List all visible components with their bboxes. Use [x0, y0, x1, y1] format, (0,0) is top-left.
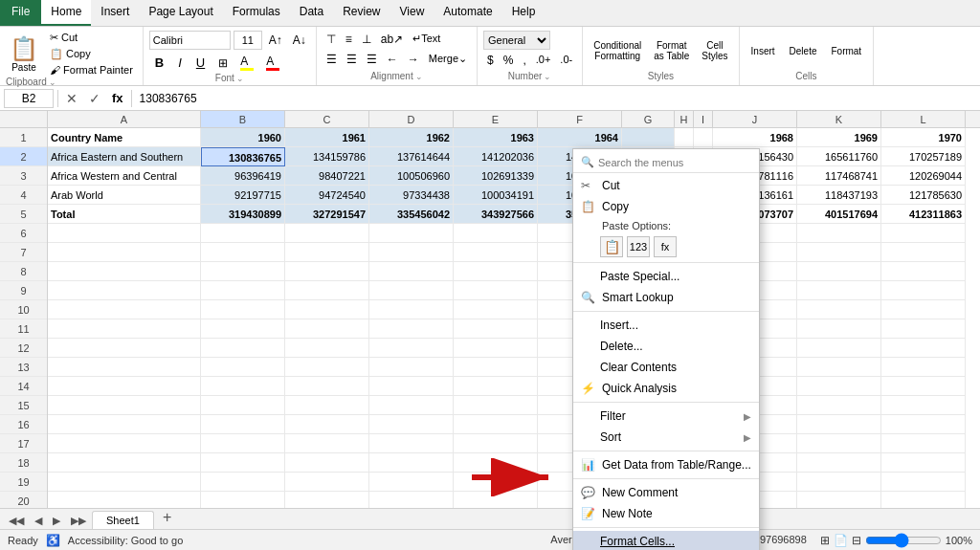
sheet-tab-nav-prev[interactable]: ◀◀: [4, 513, 29, 529]
row-header-9[interactable]: 9: [0, 281, 47, 300]
conditional-format-button[interactable]: ConditionalFormatting: [589, 37, 646, 64]
cell[interactable]: [201, 453, 285, 473]
cell[interactable]: [48, 243, 201, 262]
tab-home[interactable]: Home: [41, 0, 91, 26]
cm-item-sort[interactable]: Sort ▶: [573, 427, 759, 448]
cell[interactable]: [881, 396, 966, 415]
cell[interactable]: [881, 300, 966, 319]
sheet-tab-nav-left[interactable]: ◀: [30, 513, 47, 529]
cell-b1[interactable]: 1960: [201, 128, 285, 147]
cell[interactable]: [454, 415, 538, 434]
cell-a3[interactable]: Africa Western and Central: [48, 166, 201, 186]
cm-item-clear-contents[interactable]: Clear Contents: [573, 357, 759, 378]
search-menus-input[interactable]: [598, 157, 751, 168]
tab-file[interactable]: File: [0, 0, 41, 26]
cell[interactable]: [48, 300, 201, 319]
cell-reference[interactable]: [4, 89, 54, 108]
cell-d3[interactable]: 100506960: [369, 166, 454, 186]
align-right-button[interactable]: ☰: [363, 51, 381, 68]
cell-c1[interactable]: 1961: [285, 128, 369, 147]
cell[interactable]: [797, 281, 881, 300]
cell-a2[interactable]: Africa Eastern and Southern: [48, 147, 201, 166]
cell[interactable]: [48, 358, 201, 377]
cell-a5[interactable]: Total: [48, 205, 201, 224]
cell[interactable]: [201, 377, 285, 396]
cell[interactable]: [797, 300, 881, 319]
cell-k2[interactable]: 165611760: [797, 147, 881, 166]
cell-l1[interactable]: 1970: [881, 128, 966, 147]
cell[interactable]: [285, 319, 369, 339]
cell[interactable]: [285, 415, 369, 434]
row-header-19[interactable]: 19: [0, 473, 47, 492]
cell[interactable]: [201, 434, 285, 453]
cell[interactable]: [48, 415, 201, 434]
cell-f1[interactable]: 1964: [538, 128, 622, 147]
cell[interactable]: [797, 396, 881, 415]
paste-clipboard-icon[interactable]: 📋: [600, 236, 623, 257]
cell-k4[interactable]: 118437193: [797, 186, 881, 205]
cell[interactable]: [881, 281, 966, 300]
cell[interactable]: [369, 396, 454, 415]
page-layout-icon[interactable]: 📄: [834, 534, 848, 547]
cell-k1[interactable]: 1969: [797, 128, 881, 147]
cell[interactable]: [454, 358, 538, 377]
cell[interactable]: [48, 396, 201, 415]
row-header-13[interactable]: 13: [0, 358, 47, 377]
format-as-table-button[interactable]: Formatas Table: [649, 37, 694, 64]
cell[interactable]: [201, 243, 285, 262]
align-center-button[interactable]: ☰: [343, 51, 361, 68]
cell-b3[interactable]: 96396419: [201, 166, 285, 186]
cell-j1[interactable]: 1968: [713, 128, 797, 147]
cell-l2[interactable]: 170257189: [881, 147, 966, 166]
cm-item-paste-special[interactable]: Paste Special...: [573, 266, 759, 287]
align-top-button[interactable]: ⊤: [323, 31, 340, 48]
confirm-formula-icon[interactable]: ✓: [85, 91, 104, 106]
cm-item-copy[interactable]: 📋 Copy: [573, 196, 759, 217]
align-middle-button[interactable]: ≡: [342, 31, 356, 48]
format-painter-button[interactable]: 🖌 Format Painter: [46, 63, 137, 77]
cell[interactable]: [881, 224, 966, 243]
cell[interactable]: [201, 473, 285, 492]
cm-item-cut[interactable]: ✂ Cut: [573, 175, 759, 196]
comma-button[interactable]: ,: [519, 53, 529, 68]
cell[interactable]: [881, 434, 966, 453]
cell[interactable]: [454, 434, 538, 453]
sheet-tab-nav-right[interactable]: ▶: [48, 513, 65, 529]
cell[interactable]: [285, 224, 369, 243]
cell-styles-button[interactable]: CellStyles: [697, 37, 732, 64]
row-header-18[interactable]: 18: [0, 453, 47, 473]
cell[interactable]: [797, 243, 881, 262]
page-break-icon[interactable]: ⊟: [852, 534, 861, 547]
row-header-15[interactable]: 15: [0, 396, 47, 415]
cell[interactable]: [285, 434, 369, 453]
cell[interactable]: [797, 358, 881, 377]
format-cells-button[interactable]: Format: [825, 44, 867, 58]
cell[interactable]: [369, 358, 454, 377]
cell[interactable]: [369, 377, 454, 396]
cell[interactable]: [48, 473, 201, 492]
cell[interactable]: [369, 415, 454, 434]
cell[interactable]: [285, 453, 369, 473]
cell[interactable]: [881, 358, 966, 377]
cell-g1[interactable]: [622, 128, 675, 147]
col-header-j[interactable]: J: [713, 111, 797, 127]
cell[interactable]: [369, 300, 454, 319]
cell[interactable]: [454, 339, 538, 358]
insert-cells-button[interactable]: Insert: [746, 44, 781, 58]
cell-e5[interactable]: 343927566: [454, 205, 538, 224]
row-header-12[interactable]: 12: [0, 339, 47, 358]
percent-button[interactable]: %: [500, 53, 518, 68]
cell[interactable]: [369, 339, 454, 358]
zoom-slider[interactable]: [865, 535, 942, 546]
cell[interactable]: [881, 377, 966, 396]
cell[interactable]: [285, 358, 369, 377]
col-header-k[interactable]: K: [797, 111, 881, 127]
cell[interactable]: [201, 358, 285, 377]
cell[interactable]: [797, 339, 881, 358]
cell[interactable]: [454, 243, 538, 262]
cell[interactable]: [881, 473, 966, 492]
cell[interactable]: [454, 300, 538, 319]
align-left-button[interactable]: ☰: [323, 51, 341, 68]
cell[interactable]: [201, 262, 285, 281]
currency-button[interactable]: $: [483, 53, 498, 68]
